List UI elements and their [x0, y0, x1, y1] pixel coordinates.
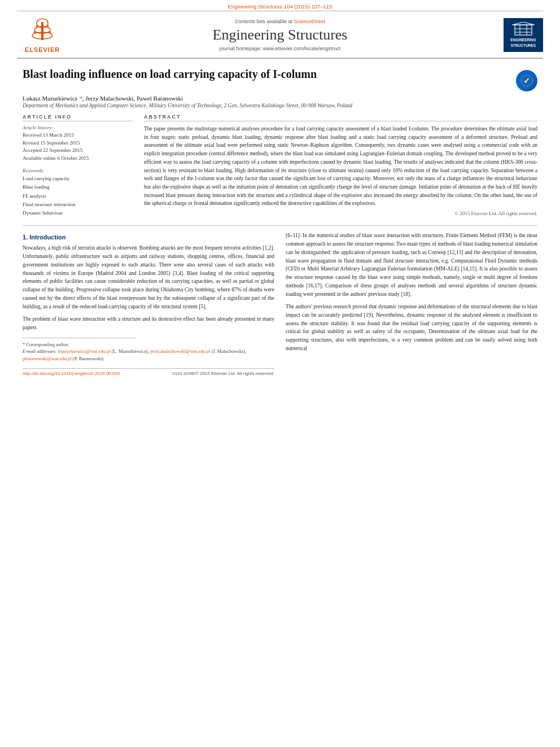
footnote-email1-link[interactable]: lmazurkiewicz@wat.edu.pl [58, 348, 110, 354]
footer-bar: http://dx.doi.org/10.1016/j.engstruct.20… [23, 368, 274, 376]
keyword-1: Load carrying capacity [23, 174, 133, 183]
journal-homepage: journal homepage: www.elsevier.com/locat… [79, 46, 481, 51]
journal-title: Engineering Structures [79, 27, 481, 43]
footer-issn: 0141-0296/© 2015 Elsevier Ltd. All right… [172, 371, 274, 376]
keywords-label: Keywords: [23, 168, 133, 173]
intro-right-para1: [6–11]. In the numerical studies of blas… [286, 231, 537, 298]
journal-ref: Engineering Structures 104 (2015) 107–11… [228, 3, 333, 10]
intro-para1: Nowadays, a high risk of terrorist attac… [23, 244, 274, 311]
engstr-logo: ENGINEERINGSTRUCTURES [492, 18, 543, 52]
elsevier-logo-img [23, 17, 62, 45]
svg-point-8 [50, 32, 51, 33]
abstract-text: The paper presents the multistage numeri… [144, 125, 537, 208]
keyword-5: Dynamic behaviour [23, 209, 133, 217]
article-content: Blast loading influence on load carrying… [0, 59, 560, 387]
abstract-label: ABSTRACT [144, 114, 537, 121]
journal-center: Contents lists available at ScienceDirec… [68, 19, 492, 51]
svg-rect-1 [41, 22, 43, 40]
page: Engineering Structures 104 (2015) 107–11… [0, 0, 560, 747]
footnote-email-label: E-mail addresses: [23, 348, 56, 354]
intro-left-col: 1. Introduction Nowadays, a high risk of… [23, 231, 274, 375]
footer-doi-link[interactable]: http://dx.doi.org/10.1016/j.engstruct.20… [23, 371, 120, 376]
svg-point-6 [47, 25, 49, 27]
article-history-label: Article history: [23, 125, 133, 130]
elsevier-logo-svg [25, 18, 59, 45]
svg-text:✓: ✓ [523, 76, 530, 85]
journal-banner: ELSEVIER Contents lists available at Sci… [0, 11, 560, 58]
svg-rect-9 [515, 25, 532, 35]
keywords-list: Load carrying capacity Blast loading FE … [23, 174, 133, 217]
svg-point-5 [36, 25, 38, 27]
keyword-4: Fluid structure interaction [23, 200, 133, 209]
elsevier-logo: ELSEVIER [17, 17, 68, 53]
keyword-3: FE analysis [23, 192, 133, 200]
sciencedirect-link: Contents lists available at ScienceDirec… [79, 19, 481, 24]
engstr-logo-box: ENGINEERINGSTRUCTURES [504, 18, 543, 52]
article-affiliation: Department of Mechanics and Applied Comp… [23, 103, 537, 108]
svg-point-7 [34, 32, 36, 33]
intro-heading: 1. Introduction [23, 234, 274, 241]
abstract-col: ABSTRACT The paper presents the multista… [144, 114, 537, 217]
received-row: Received 13 March 2015 [23, 132, 133, 139]
intro-section: 1. Introduction Nowadays, a high risk of… [23, 231, 537, 375]
article-authors: Lukasz Mazurkiewicz *, Jerzy Malachowski… [23, 95, 537, 102]
elsevier-text: ELSEVIER [25, 46, 60, 53]
intro-right-para2: The authors' previous research proved th… [286, 303, 537, 352]
footnote-email1-name: (L. Mazurkiewicz), [112, 348, 149, 354]
keyword-2: Blast loading [23, 183, 133, 191]
footnote-star-line: * Corresponding author. [23, 341, 274, 348]
engstr-logo-text: ENGINEERINGSTRUCTURES [510, 37, 536, 47]
journal-ref-bar: Engineering Structures 104 (2015) 107–11… [0, 0, 560, 11]
footnote-email3-name: (P. Baranowski). [73, 356, 104, 361]
article-title: Blast loading influence on load carrying… [23, 68, 510, 81]
footnote-email2-link[interactable]: jerzy.malachowski@wat.edu.pl [150, 348, 211, 354]
svg-marker-14 [512, 22, 535, 25]
crossmark-icon: ✓ [519, 73, 535, 89]
footnote-divider [23, 338, 136, 338]
abstract-copyright: © 2015 Elsevier Ltd. All rights reserved… [144, 211, 537, 216]
footer-doi: http://dx.doi.org/10.1016/j.engstruct.20… [23, 371, 120, 376]
footnote-email2-name: (J. Malachowski), [211, 348, 246, 354]
crossmark-badge: ✓ [516, 70, 537, 91]
article-info-abstract-section: ARTICLE INFO Article history: Received 1… [23, 114, 537, 217]
footnote-emails: E-mail addresses: lmazurkiewicz@wat.edu.… [23, 348, 274, 362]
sciencedirect-anchor[interactable]: ScienceDirect [294, 19, 326, 24]
available-row: Available online 6 October 2015 [23, 155, 133, 163]
intro-right-col: [6–11]. In the numerical studies of blas… [286, 231, 537, 375]
article-title-row: Blast loading influence on load carrying… [23, 68, 537, 91]
section-divider [23, 225, 537, 226]
authors-text: Lukasz Mazurkiewicz *, Jerzy Malachowski… [23, 95, 183, 102]
footnote-area: * Corresponding author. E-mail addresses… [23, 341, 274, 362]
footnote-email3-link[interactable]: pbaranowski@wat.edu.pl [23, 356, 72, 361]
intro-para2: The problem of blast wave interaction wi… [23, 315, 274, 331]
article-info-label: ARTICLE INFO [23, 114, 133, 121]
accepted-row: Accepted 22 September 2015 [23, 147, 133, 155]
revised-row: Revised 15 September 2015 [23, 139, 133, 147]
engstr-icon-svg [512, 22, 535, 36]
article-info-col: ARTICLE INFO Article history: Received 1… [23, 114, 133, 217]
